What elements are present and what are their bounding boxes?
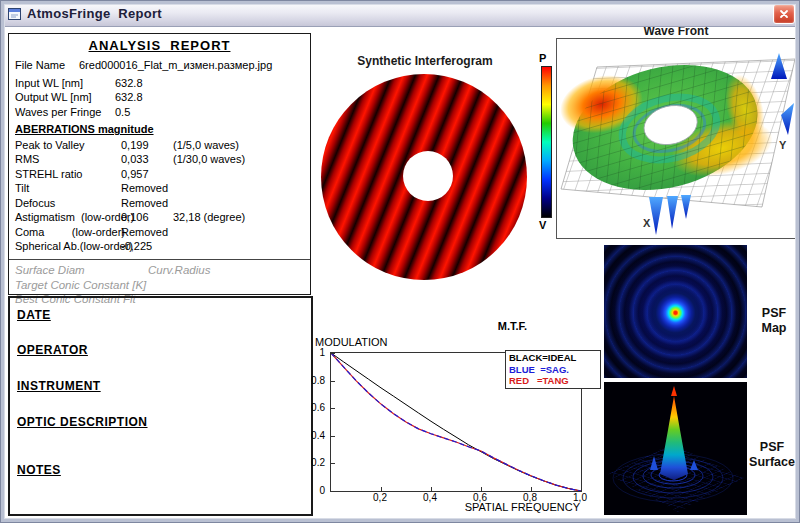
psf-map-label-line2: Map xyxy=(746,321,800,336)
wavefront-panel: X Y xyxy=(556,38,798,239)
aberration-extra xyxy=(173,167,310,182)
aberration-row: Peak to Valley 0,199 (1/5,0 waves) xyxy=(9,138,310,153)
colorbar-peak-label: P xyxy=(539,52,546,64)
mtf-y-tick-mark xyxy=(331,353,335,354)
mtf-x-tick-mark xyxy=(381,487,382,491)
conic-row: Surface Diam Curv.Radius xyxy=(9,263,310,278)
aberration-extra: (1/30,0 waves) xyxy=(173,152,310,167)
aberration-extra: (1/5,0 waves) xyxy=(173,138,310,153)
aberration-value: 0,957 xyxy=(121,167,173,182)
mtf-y-tick-mark xyxy=(331,463,335,464)
param-label: Input WL [nm] xyxy=(15,76,115,90)
interferogram-title: Synthetic Interferogram xyxy=(325,54,525,68)
aberration-value: 0,106 xyxy=(121,210,173,225)
mtf-x-tick-mark xyxy=(581,487,582,491)
param-value: 0.5 xyxy=(115,105,310,119)
aberration-label: RMS xyxy=(15,152,121,167)
mtf-y-tick-mark xyxy=(331,436,335,437)
aberration-row: Tilt Removed xyxy=(9,181,310,196)
aberration-extra xyxy=(173,239,310,254)
aberration-label: Defocus xyxy=(15,196,121,211)
conic-right-label xyxy=(148,278,310,293)
param-value: 632.8 xyxy=(115,90,310,104)
mtf-y-tick: 0.4 xyxy=(311,429,325,440)
psf-map-image xyxy=(604,245,747,378)
psf-surface-label-line1: PSF xyxy=(744,440,800,455)
aberration-row: STREHL ratio 0,957 xyxy=(9,167,310,182)
report-field-heading: OPTIC DESCRIPTION xyxy=(17,415,311,429)
aberration-row: Coma (low-order) Removed xyxy=(9,225,310,240)
mtf-y-tick: 0.2 xyxy=(311,457,325,468)
aberration-value: 0,199 xyxy=(121,138,173,153)
aberration-extra xyxy=(173,225,310,240)
wavefront-surface-plot: X Y xyxy=(557,39,795,236)
aberration-row: Spherical Ab.(low-order) -0,225 xyxy=(9,239,310,254)
aberration-label: STREHL ratio xyxy=(15,167,121,182)
mtf-y-tick: 0.6 xyxy=(311,402,325,413)
mtf-y-axis-title: MODULATION xyxy=(315,336,388,348)
colorbar-valley-label: V xyxy=(539,219,546,231)
wavefront-x-axis-label: X xyxy=(643,217,651,229)
mtf-x-tick-mark xyxy=(431,487,432,491)
mtf-y-tick: 1 xyxy=(319,347,325,358)
conic-right-label: Curv.Radius xyxy=(148,263,310,278)
wavefront-colorbar xyxy=(541,66,552,218)
report-field-heading: OPERATOR xyxy=(17,343,311,357)
mtf-legend-entry: BLACK=IDEAL xyxy=(509,352,597,364)
report-field-heading: INSTRUMENT xyxy=(17,379,311,393)
aberration-value: 0,033 xyxy=(121,152,173,167)
wavefront-y-axis-label: Y xyxy=(779,139,787,151)
interferogram-image xyxy=(321,74,527,280)
aberration-label: Spherical Ab.(low-order) xyxy=(15,239,121,254)
mtf-x-axis-title: SPATIAL FREQUENCY xyxy=(430,501,580,513)
analysis-report-panel: ANALYSIS REPORT File Name 6red000016_Fla… xyxy=(8,33,311,295)
mtf-x-tick-mark xyxy=(531,487,532,491)
interferogram-center-hole xyxy=(403,151,453,201)
mtf-x-tick: 0,2 xyxy=(373,492,387,503)
file-name-value: 6red000016_Flat_m_измен.размер.jpg xyxy=(79,58,310,72)
param-label: Output WL [nm] xyxy=(15,90,115,104)
aberration-label: Peak to Valley xyxy=(15,138,121,153)
psf-surface-label: PSF Surface xyxy=(744,440,800,470)
aberration-extra: 32,18 (degree) xyxy=(173,210,310,225)
mtf-y-tick-mark xyxy=(331,408,335,409)
aberration-row: Astigmatism (low-order) 0,106 32,18 (deg… xyxy=(9,210,310,225)
mtf-y-tick: 0 xyxy=(319,485,325,496)
report-field-heading: NOTES xyxy=(17,463,311,477)
mtf-title: M.T.F. xyxy=(455,320,570,332)
close-button[interactable] xyxy=(773,4,795,24)
param-row: Output WL [nm] 632.8 xyxy=(9,90,310,104)
aberration-value: Removed xyxy=(121,225,173,240)
psf-map-label-line1: PSF xyxy=(746,306,800,321)
aberration-label: Tilt xyxy=(15,181,121,196)
psf-map-label: PSF Map xyxy=(746,306,800,336)
aberration-value: Removed xyxy=(121,181,173,196)
mtf-y-tick: 0.8 xyxy=(311,374,325,385)
aberration-row: Defocus Removed xyxy=(9,196,310,211)
close-icon xyxy=(778,8,790,20)
title-bar[interactable]: AtmosFringe Report xyxy=(1,1,799,27)
mtf-x-tick-mark xyxy=(481,487,482,491)
param-row: Input WL [nm] 632.8 xyxy=(9,76,310,90)
mtf-legend: BLACK=IDEAL BLUE =SAG. RED =TANG xyxy=(505,350,601,389)
window-title: AtmosFringe Report xyxy=(27,6,162,21)
aberration-label: Astigmatism (low-order) xyxy=(15,210,121,225)
aberration-value: -0,225 xyxy=(121,239,173,254)
param-value: 632.8 xyxy=(115,76,310,90)
app-icon[interactable] xyxy=(7,6,23,22)
aberrations-header: ABERRATIONS magnitude xyxy=(9,122,310,136)
aberration-row: RMS 0,033 (1/30,0 waves) xyxy=(9,152,310,167)
aberration-label: Coma (low-order) xyxy=(15,225,121,240)
mtf-legend-entry: BLUE =SAG. xyxy=(509,364,597,376)
section-divider xyxy=(9,259,310,260)
mtf-y-tick-labels: 10.80.60.40.20 xyxy=(300,352,327,490)
aberration-value: Removed xyxy=(121,196,173,211)
report-field-heading: DATE xyxy=(17,308,311,322)
mtf-y-tick-mark xyxy=(331,381,335,382)
param-row: Waves per Fringe 0.5 xyxy=(9,105,310,119)
report-fields-panel: DATE OPERATOR INSTRUMENT OPTIC DESCRIPTI… xyxy=(8,296,313,516)
file-name-row: File Name 6red000016_Flat_m_измен.размер… xyxy=(9,58,310,72)
aberration-extra xyxy=(173,181,310,196)
psf-surface-label-line2: Surface xyxy=(744,455,800,470)
report-window: AtmosFringe Report ANALYSIS REPORT File … xyxy=(0,0,800,523)
